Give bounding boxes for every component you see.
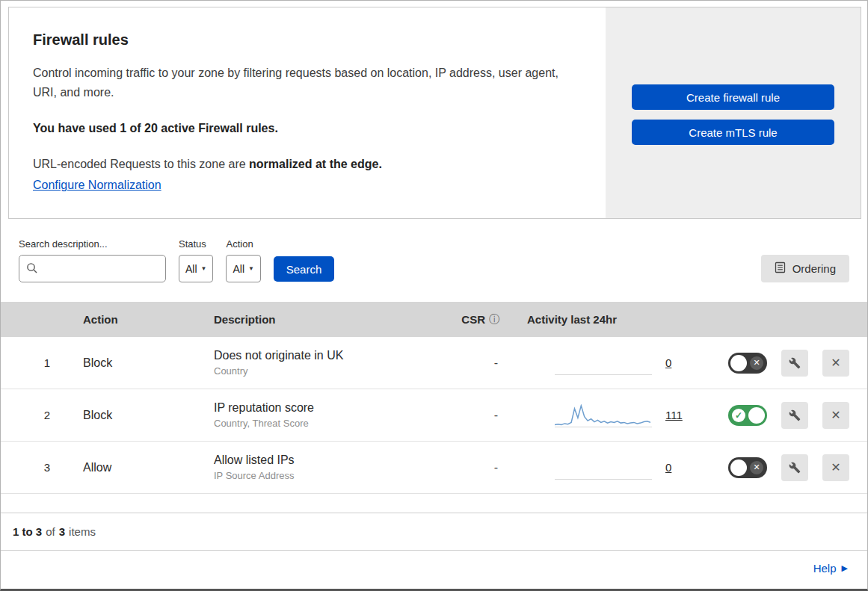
rule-toggle-cell: ✓ ✕ (685, 353, 775, 374)
rule-edit-cell (775, 454, 815, 481)
ordering-button-label: Ordering (792, 262, 836, 275)
status-filter-dropdown[interactable]: All ▼ (179, 255, 213, 282)
status-filter-label: Status (179, 238, 213, 250)
x-icon: ✕ (831, 356, 840, 370)
wrench-icon (789, 357, 801, 369)
wrench-icon (789, 409, 801, 421)
table-row: 3 Allow Allow listed IPs IP Source Addre… (1, 442, 867, 494)
activity-count-link[interactable]: 0 (665, 461, 671, 474)
edit-rule-button[interactable] (781, 402, 808, 429)
firewall-overview-card: Firewall rules Control incoming traffic … (8, 7, 861, 219)
rule-toggle-cell: ✓ ✕ (685, 405, 775, 426)
x-icon: ✕ (831, 460, 840, 474)
activity-count-link[interactable]: 0 (665, 356, 671, 369)
table-row: 2 Block IP reputation score Country, Thr… (1, 389, 867, 442)
rule-enabled-toggle[interactable]: ✓ ✕ (728, 457, 767, 478)
create-actions-panel: Create firewall rule Create mTLS rule (606, 7, 861, 218)
col-csr-header: CSR ⓘ (438, 313, 505, 327)
chevron-down-icon: ▼ (248, 266, 254, 272)
col-activity-header: Activity last 24hr (505, 313, 685, 326)
x-icon: ✕ (831, 408, 840, 422)
col-description-header: Description (191, 313, 438, 326)
activity-sparkline (555, 403, 652, 427)
rule-description-cell: Does not originate in UK Country (191, 349, 438, 377)
search-description-input[interactable] (19, 255, 166, 282)
rule-edit-cell (775, 350, 815, 377)
rule-fields: Country (214, 365, 438, 377)
edit-rule-button[interactable] (781, 350, 808, 377)
rule-delete-cell: ✕ (815, 454, 857, 481)
rule-activity-cell: 111 (505, 403, 685, 427)
rule-csr-value: - (438, 461, 505, 474)
items-label: items (69, 525, 96, 538)
rule-description: Does not originate in UK (214, 349, 438, 362)
search-button[interactable]: Search (274, 256, 334, 282)
rule-enabled-toggle[interactable]: ✓ ✕ (728, 353, 767, 374)
rule-delete-cell: ✕ (815, 402, 857, 429)
activity-sparkline (555, 456, 652, 480)
check-icon: ✓ (732, 409, 745, 422)
table-header: Action Description CSR ⓘ Activity last 2… (1, 302, 867, 337)
action-filter-group: Action All ▼ (226, 238, 260, 282)
rule-priority: 3 (1, 461, 61, 474)
create-firewall-rule-button[interactable]: Create firewall rule (632, 84, 834, 110)
rule-description: Allow listed IPs (214, 454, 438, 467)
search-input-wrap (19, 255, 166, 282)
status-filter-value: All (185, 263, 197, 275)
page-description: Control incoming traffic to your zone by… (33, 64, 575, 102)
help-row: Help ▶ (1, 550, 867, 585)
x-icon: ✕ (750, 461, 763, 474)
rule-edit-cell (775, 402, 815, 429)
toggle-knob (730, 355, 747, 371)
rule-priority: 2 (1, 409, 61, 421)
info-icon[interactable]: ⓘ (489, 313, 499, 327)
rule-fields: IP Source Address (214, 470, 438, 481)
search-filter-label: Search description... (19, 238, 166, 250)
rule-description: IP reputation score (214, 401, 438, 415)
rule-description-cell: Allow listed IPs IP Source Address (191, 454, 438, 481)
status-filter-group: Status All ▼ (179, 238, 213, 282)
items-of-text: of (46, 525, 55, 538)
normalization-note-bold: normalized at the edge. (249, 158, 382, 170)
edit-rule-button[interactable] (781, 454, 808, 481)
rule-enabled-toggle[interactable]: ✓ ✕ (728, 405, 767, 426)
rule-activity-cell: 0 (505, 351, 685, 375)
items-total: 3 (59, 525, 65, 538)
configure-normalization-link[interactable]: Configure Normalization (33, 179, 161, 191)
rule-toggle-cell: ✓ ✕ (685, 457, 775, 478)
col-csr-label: CSR (461, 313, 485, 326)
ordering-button[interactable]: Ordering (761, 255, 849, 282)
wrench-icon (789, 462, 801, 474)
rule-activity-cell: 0 (505, 456, 685, 480)
search-icon (26, 262, 38, 277)
rule-csr-value: - (438, 356, 505, 370)
rule-action: Block (61, 409, 191, 422)
rules-usage-note: You have used 1 of 20 active Firewall ru… (33, 122, 583, 135)
rule-action: Allow (61, 461, 191, 474)
rule-csr-value: - (438, 409, 505, 422)
activity-sparkline (555, 351, 652, 375)
delete-rule-button[interactable]: ✕ (822, 350, 849, 377)
rule-description-cell: IP reputation score Country, Threat Scor… (191, 401, 438, 429)
items-range: 1 to 3 (13, 525, 42, 538)
delete-rule-button[interactable]: ✕ (822, 402, 849, 429)
firewall-overview-text: Firewall rules Control incoming traffic … (9, 7, 606, 218)
page-title: Firewall rules (33, 31, 583, 49)
x-icon: ✕ (750, 356, 763, 370)
activity-count-link[interactable]: 111 (665, 409, 683, 421)
chevron-down-icon: ▼ (201, 266, 207, 272)
action-filter-dropdown[interactable]: All ▼ (226, 255, 260, 282)
table-pagination-summary: 1 to 3 of 3 items (1, 513, 867, 550)
create-mtls-rule-button[interactable]: Create mTLS rule (632, 120, 834, 145)
help-link-label: Help (813, 562, 837, 575)
firewall-rules-page: Firewall rules Control incoming traffic … (0, 0, 868, 591)
ordering-list-icon (775, 262, 786, 276)
table-row: 1 Block Does not originate in UK Country… (1, 337, 867, 389)
help-link[interactable]: Help ▶ (813, 562, 848, 575)
action-filter-label: Action (226, 238, 260, 250)
toggle-knob (748, 407, 765, 424)
normalization-note: URL-encoded Requests to this zone are no… (33, 158, 583, 171)
rule-delete-cell: ✕ (815, 350, 857, 377)
delete-rule-button[interactable]: ✕ (822, 454, 849, 481)
col-action-header: Action (61, 313, 191, 326)
